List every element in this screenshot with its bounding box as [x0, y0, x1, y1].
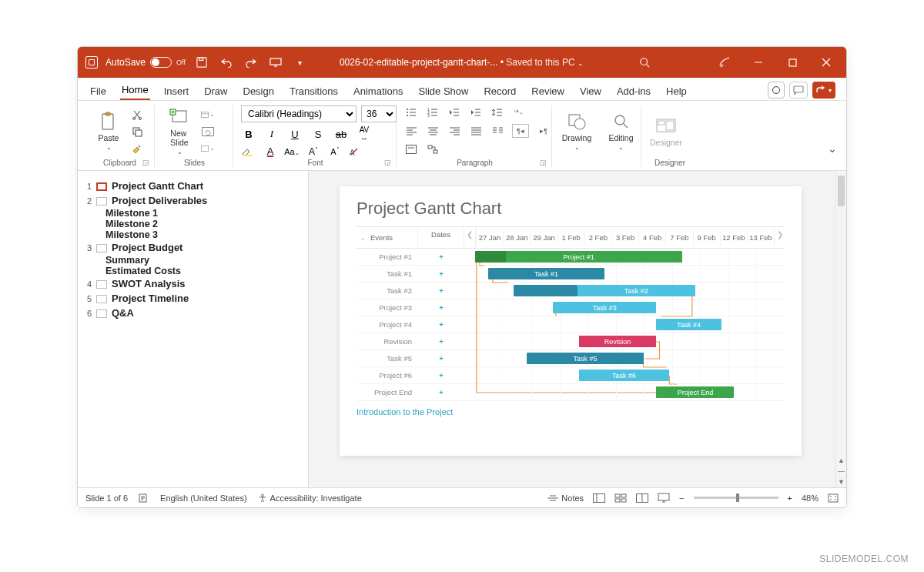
- slide-title[interactable]: Project Gantt Chart: [340, 186, 802, 223]
- reset-button[interactable]: [201, 125, 215, 139]
- slide-counter[interactable]: Slide 1 of 6: [85, 493, 128, 503]
- fit-button[interactable]: [828, 493, 839, 503]
- zoom-out-button[interactable]: −: [679, 493, 684, 503]
- chevron-down-icon[interactable]: ⌄: [360, 233, 366, 242]
- outline-slide-3[interactable]: 3Project Budget: [81, 240, 302, 255]
- tab-design[interactable]: Design: [242, 82, 276, 100]
- clear-format-button[interactable]: A: [349, 146, 364, 157]
- section-button[interactable]: ⌄: [201, 142, 215, 156]
- camera-button[interactable]: [768, 82, 785, 99]
- format-painter-button[interactable]: [130, 142, 144, 156]
- highlight-button[interactable]: [241, 146, 256, 157]
- gantt-chart[interactable]: ⌄Events Dates ❮ 27 Jan28 Jan29 Jan1 Feb2…: [357, 226, 785, 401]
- zoom-label[interactable]: 48%: [802, 493, 819, 503]
- normal-view-button[interactable]: [593, 493, 605, 503]
- scroll-down-icon[interactable]: ▼: [836, 477, 846, 487]
- rtl-button[interactable]: ¶◂: [512, 124, 529, 138]
- gantt-row[interactable]: Revision+Revision: [357, 333, 785, 350]
- outline-pane[interactable]: 1Project Gantt Chart2Project Deliverable…: [78, 171, 309, 487]
- scroll-right-icon[interactable]: ❯: [774, 227, 785, 248]
- tab-draw[interactable]: Draw: [203, 82, 229, 100]
- strike-button[interactable]: ab: [333, 129, 349, 140]
- accessibility-button[interactable]: Accessibility: Investigate: [258, 493, 362, 503]
- present-button[interactable]: [267, 54, 284, 71]
- align-right-button[interactable]: [447, 124, 461, 138]
- line-spacing-button[interactable]: [490, 105, 504, 119]
- tab-file[interactable]: File: [89, 82, 108, 100]
- numbering-button[interactable]: 123: [426, 105, 440, 119]
- gantt-row[interactable]: Project #6+Task #6: [357, 367, 785, 384]
- scroll-thumb[interactable]: [838, 176, 845, 206]
- editing-button[interactable]: Editing⌄: [608, 112, 634, 151]
- zoom-in-button[interactable]: +: [788, 493, 792, 503]
- tab-animations[interactable]: Animations: [352, 82, 404, 100]
- indent-inc-button[interactable]: [469, 105, 483, 119]
- justify-button[interactable]: [469, 124, 483, 138]
- tab-help[interactable]: Help: [665, 82, 688, 100]
- spacing-button[interactable]: AV↔: [357, 125, 372, 142]
- outline-slide-4[interactable]: 4SWOT Analysis: [81, 276, 302, 291]
- reading-view-button[interactable]: [636, 493, 648, 503]
- font-size-select[interactable]: 36: [361, 105, 397, 122]
- slideshow-button[interactable]: [658, 493, 670, 503]
- tab-review[interactable]: Review: [530, 82, 566, 100]
- comments-button[interactable]: [789, 82, 808, 99]
- ltr-button[interactable]: ▸¶: [537, 124, 551, 138]
- gantt-row[interactable]: Project #3+Task #3: [357, 299, 785, 316]
- notes-button[interactable]: Notes: [547, 493, 584, 503]
- paragraph-dialog-icon[interactable]: ◲: [540, 159, 547, 166]
- share-button[interactable]: ▾: [812, 82, 835, 99]
- outline-sub[interactable]: Milestone 1: [81, 208, 302, 219]
- outline-slide-5[interactable]: 5Project Timeline: [81, 291, 302, 306]
- outline-slide-6[interactable]: 6Q&A: [81, 306, 302, 320]
- italic-button[interactable]: I: [264, 128, 280, 140]
- font-name-select[interactable]: Calibri (Headings): [241, 105, 357, 122]
- tab-view[interactable]: View: [578, 82, 603, 100]
- align-text-button[interactable]: [404, 142, 418, 156]
- outline-sub[interactable]: Summary: [81, 255, 302, 266]
- sorter-view-button[interactable]: [614, 493, 627, 503]
- outline-sub[interactable]: Estimated Costs: [81, 266, 302, 276]
- scroll-up-icon[interactable]: ▲: [836, 455, 846, 466]
- spellcheck-icon[interactable]: [139, 493, 149, 503]
- drawing-button[interactable]: Drawing⌄: [560, 112, 594, 151]
- change-case-button[interactable]: Aa⌄: [284, 147, 300, 156]
- outline-sub[interactable]: Milestone 2: [81, 219, 302, 229]
- tab-transitions[interactable]: Transitions: [288, 82, 340, 100]
- document-title[interactable]: 0026-02-editable-project-gantt-chart-...…: [309, 57, 628, 68]
- slide-canvas[interactable]: Project Gantt Chart ⌄Events Dates ❮ 27 J…: [340, 186, 802, 456]
- gantt-row[interactable]: Project End+Project End: [357, 384, 785, 401]
- shadow-button[interactable]: S: [310, 129, 326, 140]
- qat-more-button[interactable]: ▾: [292, 54, 309, 71]
- language-label[interactable]: English (United States): [160, 493, 247, 503]
- collapse-ribbon-button[interactable]: ⌄: [828, 142, 837, 155]
- tab-slide-show[interactable]: Slide Show: [417, 82, 470, 100]
- outline-sub[interactable]: Milestone 3: [81, 229, 302, 240]
- gantt-row[interactable]: Task #2+Task #2: [357, 283, 785, 299]
- text-direction-button[interactable]: ᴵᴬ⌄: [512, 105, 526, 119]
- tab-add-ins[interactable]: Add-ins: [615, 82, 652, 100]
- autosave-toggle[interactable]: AutoSave Off: [105, 57, 186, 68]
- cut-button[interactable]: [130, 108, 144, 122]
- underline-button[interactable]: U: [287, 129, 303, 140]
- maximize-button[interactable]: [775, 47, 809, 78]
- designer-button[interactable]: Designer: [649, 116, 683, 147]
- new-slide-button[interactable]: New Slide⌄: [162, 107, 196, 156]
- mic-button[interactable]: [708, 47, 742, 78]
- save-button[interactable]: [193, 54, 210, 71]
- redo-button[interactable]: [243, 54, 259, 71]
- outline-slide-2[interactable]: 2Project Deliverables: [81, 193, 302, 208]
- outline-slide-1[interactable]: 1Project Gantt Chart: [81, 179, 302, 193]
- align-center-button[interactable]: [426, 124, 440, 138]
- bullets-button[interactable]: [404, 105, 418, 119]
- bold-button[interactable]: B: [241, 129, 256, 140]
- gantt-row[interactable]: Task #5+Task #5: [357, 350, 785, 367]
- grow-font-button[interactable]: A˄: [306, 146, 321, 157]
- slide-subtitle[interactable]: Introduction to the Project: [340, 401, 802, 423]
- search-button[interactable]: [628, 47, 661, 78]
- close-button[interactable]: [809, 47, 843, 78]
- tab-record[interactable]: Record: [482, 82, 517, 100]
- columns-button[interactable]: [490, 124, 504, 138]
- shrink-font-button[interactable]: A˅: [327, 147, 343, 156]
- gantt-row[interactable]: Project #1+Project #1: [357, 249, 785, 266]
